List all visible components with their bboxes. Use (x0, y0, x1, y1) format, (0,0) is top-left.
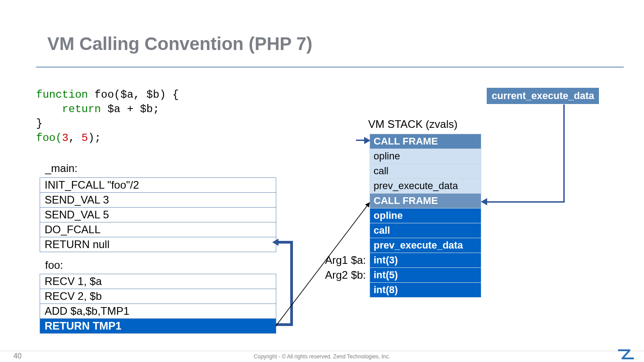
stack-cell: call (370, 163, 481, 179)
foo-label: foo: (45, 259, 63, 272)
arrow-line (290, 241, 293, 326)
op-row: SEND_VAL 3 (40, 193, 276, 208)
close-paren: ); (88, 132, 101, 144)
arrow-line (277, 241, 293, 244)
op-row: SEND_VAL 5 (40, 208, 276, 222)
stack-cell: prev_execute_data (370, 178, 481, 194)
kw-return: return (62, 103, 101, 115)
stack-cell: call (370, 223, 481, 238)
indent (36, 103, 62, 115)
op-row-highlighted: RETURN TMP1 (40, 319, 276, 333)
page-number: 40 (14, 352, 22, 360)
arg-label-2: Arg2 $b: (312, 268, 366, 282)
stack-cell: Arg1 $a: int(3) (370, 253, 481, 268)
op-row: DO_FCALL (40, 222, 276, 237)
comma: , (69, 132, 82, 144)
num-5: 5 (82, 132, 88, 144)
stack-cell: prev_execute_data (370, 238, 481, 253)
arrow-head-icon (364, 137, 370, 144)
stack-cell: opline (370, 149, 481, 164)
op-row: RECV 2, $b (40, 289, 276, 304)
kw-function: function (36, 89, 88, 101)
vm-stack-label: VM STACK (zvals) (368, 118, 457, 131)
arrow-line (563, 104, 565, 203)
main-label: _main: (45, 162, 78, 175)
code-l1b: foo($a, $b) { (88, 89, 179, 101)
footer-copyright: Copyright - © All rights reserved. Zend … (0, 351, 644, 362)
op-row: RETURN null (40, 237, 276, 252)
call-foo: foo( (36, 132, 62, 144)
vm-stack: CALL FRAME opline call prev_execute_data… (370, 134, 481, 298)
arrow-head-icon (481, 198, 487, 205)
foo-opcode-table: RECV 1, $a RECV 2, $b ADD $a,$b,TMP1 RET… (40, 274, 276, 334)
call-frame-header-1: CALL FRAME (370, 134, 481, 149)
code-sample: function foo($a, $b) { return $a + $b; }… (36, 88, 179, 145)
arrow-head-icon (272, 239, 279, 246)
arrow-line (484, 201, 565, 203)
current-execute-data-box: current_execute_data (487, 88, 599, 104)
slide-title: VM Calling Convention (PHP 7) (47, 34, 312, 54)
arg-label-1: Arg1 $a: (312, 253, 366, 267)
stack-cell: opline (370, 208, 481, 223)
title-divider (36, 67, 624, 68)
code-l3: } (36, 118, 42, 130)
op-row: ADD $a,$b,TMP1 (40, 304, 276, 319)
op-row: RECV 1, $a (40, 274, 276, 289)
stack-cell: int(8) (370, 282, 481, 298)
main-opcode-table: INIT_FCALL "foo"/2 SEND_VAL 3 SEND_VAL 5… (40, 177, 276, 252)
stack-cell: Arg2 $b: int(5) (370, 267, 481, 283)
arrow-line (356, 140, 365, 141)
zend-logo-icon (618, 349, 635, 359)
stack-value: int(5) (374, 269, 398, 281)
code-l2c: $a + $b; (101, 103, 160, 115)
num-3: 3 (62, 132, 69, 144)
stack-value: int(3) (374, 254, 398, 266)
call-frame-header-2: CALL FRAME (370, 193, 481, 208)
op-row: INIT_FCALL "foo"/2 (40, 178, 276, 193)
